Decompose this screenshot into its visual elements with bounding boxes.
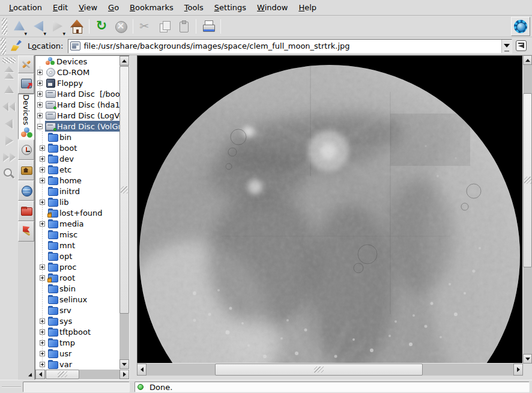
menu-bookmarks[interactable]: Bookmarks [124, 1, 179, 14]
tab-bookmarks[interactable] [18, 221, 34, 242]
scroll-double-up-button[interactable] [1, 65, 17, 81]
back-button[interactable] [29, 17, 48, 36]
tree-item[interactable]: sbin [35, 283, 119, 294]
scrollbar-thumb[interactable] [215, 364, 423, 376]
tree-item[interactable]: Hard Disc (hda1) [/ [35, 99, 119, 110]
find-button[interactable] [1, 166, 17, 182]
tree-horizontal-scrollbar[interactable] [35, 370, 129, 379]
tree-item[interactable]: usr [35, 348, 119, 359]
image-viewport[interactable] [137, 55, 523, 364]
tree-item[interactable]: proc [35, 261, 119, 272]
tree-item[interactable]: Floppy [35, 78, 119, 88]
tree-expander[interactable] [40, 340, 45, 346]
tree-item[interactable]: lib [35, 196, 119, 207]
tree-expander[interactable] [40, 178, 45, 183]
configure-sidebar-button[interactable] [18, 55, 34, 73]
tree-expander[interactable] [40, 167, 45, 172]
scroll-left-arrow[interactable] [137, 364, 147, 376]
go-button[interactable] [514, 38, 530, 54]
menu-help[interactable]: Help [293, 1, 322, 14]
print-button[interactable] [199, 17, 218, 36]
tree-item[interactable]: dev [35, 153, 119, 164]
tree-item[interactable]: selinux [35, 294, 119, 305]
location-value[interactable]: file:/usr/share/backgrounds/images/space… [83, 41, 501, 50]
tree-expander[interactable] [40, 189, 45, 194]
scroll-down-arrow[interactable] [119, 359, 129, 369]
tree-expander[interactable] [37, 91, 43, 97]
view-horizontal-scrollbar[interactable] [137, 364, 523, 376]
tree-item[interactable]: initrd [35, 186, 119, 196]
tree-expander[interactable] [40, 156, 45, 162]
tree-expander[interactable] [37, 113, 43, 118]
tree-item[interactable]: srv [35, 305, 119, 315]
forward-button[interactable] [48, 17, 67, 36]
clear-location-button[interactable] [8, 38, 25, 54]
locationbar-handle[interactable] [1, 38, 6, 55]
scroll-up-arrow[interactable] [119, 56, 129, 66]
toolbar-handle[interactable] [2, 18, 7, 35]
paste-button[interactable] [174, 17, 193, 36]
menu-view[interactable]: View [73, 1, 103, 14]
tree-expander[interactable] [40, 286, 45, 291]
scroll-left-arrow[interactable] [35, 370, 45, 379]
tree-item[interactable]: CD-ROM [35, 67, 119, 78]
tree-item[interactable]: Hard Disc (VolGrou [35, 121, 119, 132]
tree-expander[interactable] [40, 329, 45, 335]
tree-item[interactable]: var [35, 359, 119, 369]
tree-expander[interactable] [40, 297, 45, 302]
tree-item[interactable]: Hard Disc [/boot] [35, 88, 119, 99]
scroll-double-back-button[interactable] [1, 99, 17, 115]
stop-button[interactable] [111, 17, 130, 36]
tree-expander[interactable] [40, 254, 45, 259]
scrollbar-thumb[interactable] [119, 66, 129, 314]
tree-expander[interactable] [37, 124, 43, 129]
scroll-down-arrow[interactable] [523, 354, 532, 364]
menu-edit[interactable]: Edit [47, 1, 73, 14]
tree-item[interactable]: tftpboot [35, 326, 119, 337]
tree-expander[interactable] [40, 264, 45, 270]
tree-item[interactable]: sys [35, 315, 119, 326]
tree-expander[interactable] [40, 200, 45, 205]
tree-item[interactable]: home [35, 175, 119, 186]
scroll-right-arrow[interactable] [513, 364, 523, 376]
tree-expander[interactable] [40, 135, 45, 140]
scroll-back-button[interactable] [1, 115, 17, 132]
scrollbar-thumb[interactable] [46, 370, 79, 379]
location-input[interactable]: file:/usr/share/backgrounds/images/space… [68, 39, 512, 53]
scrollbar-thumb[interactable] [523, 93, 532, 267]
tree-expander[interactable] [40, 145, 45, 151]
home-button[interactable] [67, 17, 86, 36]
tree-expander[interactable] [40, 275, 45, 281]
tree-expander[interactable] [37, 81, 43, 86]
scroll-up-button[interactable] [1, 82, 17, 98]
tree-expander[interactable] [40, 362, 45, 367]
tree-item[interactable]: etc [35, 164, 119, 175]
tree-expander[interactable] [40, 308, 45, 313]
scroll-forward-button[interactable] [1, 132, 17, 148]
tree-expander[interactable] [40, 351, 45, 356]
tree-expander[interactable] [37, 70, 43, 75]
tree-item[interactable]: tmp [35, 337, 119, 348]
tree-item[interactable]: opt [35, 251, 119, 261]
menu-tools[interactable]: Tools [179, 1, 209, 14]
tab-network[interactable] [18, 180, 34, 201]
tree-item[interactable]: boot [35, 142, 119, 153]
cut-button[interactable] [136, 17, 155, 36]
location-dropdown-button[interactable] [501, 40, 512, 53]
tree-expander[interactable] [40, 221, 45, 227]
scroll-up-arrow[interactable] [523, 55, 532, 65]
tree-item[interactable]: media [35, 218, 119, 229]
tree-item[interactable]: Devices [35, 56, 119, 67]
tree-vertical-scrollbar[interactable] [119, 56, 129, 369]
tree-expander[interactable] [40, 318, 45, 324]
tree-expander[interactable] [40, 210, 45, 216]
scroll-double-forward-button[interactable] [1, 149, 17, 165]
vertical-toolbar-handle[interactable] [2, 58, 16, 63]
tree-item[interactable]: misc [35, 229, 119, 240]
tree-expander[interactable] [40, 243, 45, 248]
copy-button[interactable] [155, 17, 174, 36]
tree-item[interactable]: root [35, 272, 119, 283]
tab-system[interactable] [18, 73, 34, 94]
konqueror-logo-button[interactable] [511, 17, 530, 36]
reload-button[interactable] [92, 17, 111, 36]
